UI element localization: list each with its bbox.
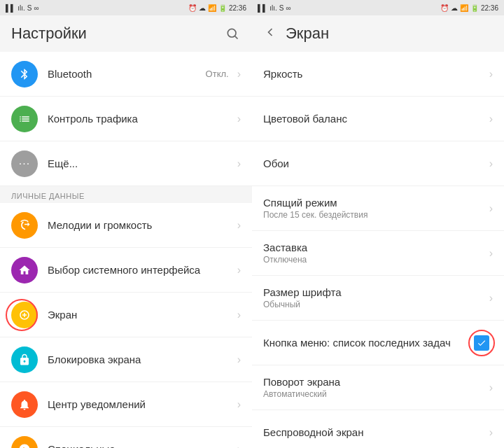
list-item[interactable]: Беспроводной экран › xyxy=(252,410,504,448)
item-text: Обои xyxy=(263,158,484,169)
item-title: Обои xyxy=(263,158,484,169)
chevron-right-icon: › xyxy=(237,309,241,321)
chevron-right-icon: › xyxy=(237,443,241,449)
notifications-icon xyxy=(11,391,38,418)
item-text: Ещё... xyxy=(48,158,232,169)
list-item[interactable]: Выбор системного интерфейса › xyxy=(0,248,252,293)
right-header: Экран xyxy=(252,15,504,52)
menu-button-item[interactable]: Кнопка меню: список последних задач xyxy=(252,321,504,365)
chevron-right-icon: › xyxy=(237,354,241,366)
left-status-right: ⏰☁📶🔋22:36 xyxy=(188,4,246,12)
left-status-bar: ▌▌ılı.S∞ ⏰☁📶🔋22:36 xyxy=(0,0,252,15)
checkbox-container xyxy=(470,332,493,354)
chevron-right-icon: › xyxy=(237,398,241,411)
list-item[interactable]: Блокировка экрана › xyxy=(0,337,252,382)
item-title: Специальные xyxy=(48,443,232,448)
item-text: Цветовой баланс xyxy=(263,113,484,125)
item-text: Блокировка экрана xyxy=(48,354,232,365)
item-subtitle: Отключена xyxy=(263,255,484,265)
list-item[interactable]: Bluetooth Откл. › xyxy=(0,52,252,97)
screen-settings-item[interactable]: Экран › xyxy=(0,293,252,337)
search-icon[interactable] xyxy=(224,25,241,42)
special-icon xyxy=(11,436,38,449)
item-title: Bluetooth xyxy=(48,68,206,80)
item-title: Цветовой баланс xyxy=(263,113,484,125)
list-item[interactable]: Размер шрифта Обычный › xyxy=(252,276,504,321)
chevron-right-icon: › xyxy=(489,68,493,80)
item-text: Контроль трафика xyxy=(48,113,232,125)
item-text: Экран xyxy=(48,309,232,321)
list-item[interactable]: Специальные › xyxy=(0,427,252,448)
right-status-right: ⏰☁📶🔋22:36 xyxy=(440,4,498,12)
list-item[interactable]: Обои › xyxy=(252,141,504,186)
left-header: Настройки xyxy=(0,15,252,52)
chevron-right-icon: › xyxy=(489,202,493,215)
svg-line-1 xyxy=(235,36,238,39)
item-text: Bluetooth xyxy=(48,68,206,80)
chevron-right-icon: › xyxy=(237,158,241,170)
interface-icon xyxy=(11,257,38,284)
chevron-right-icon: › xyxy=(489,113,493,125)
right-panel: ▌▌ılı.S∞ ⏰☁📶🔋22:36 Экран Яркость › Цвето… xyxy=(252,0,504,448)
list-item[interactable]: Спящий режим После 15 сек. бездействия › xyxy=(252,186,504,231)
item-title: Контроль трафика xyxy=(48,113,232,125)
item-value: Откл. xyxy=(206,69,229,79)
chevron-right-icon: › xyxy=(489,158,493,170)
chevron-right-icon: › xyxy=(237,113,241,125)
right-status-bar: ▌▌ılı.S∞ ⏰☁📶🔋22:36 xyxy=(252,0,504,15)
list-item[interactable]: Заставка Отключена › xyxy=(252,231,504,276)
chevron-right-icon: › xyxy=(489,426,493,439)
bluetooth-icon xyxy=(11,61,38,88)
item-title: Беспроводной экран xyxy=(263,426,484,438)
list-item[interactable]: Мелодии и громкость › xyxy=(0,203,252,248)
item-text: Заставка Отключена xyxy=(263,241,484,265)
item-text: Размер шрифта Обычный xyxy=(263,286,484,309)
item-text: Мелодии и громкость xyxy=(48,219,232,231)
right-panel-content: Яркость › Цветовой баланс › Обои › Спящи… xyxy=(252,52,504,448)
item-text: Беспроводной экран xyxy=(263,426,484,438)
item-title: Мелодии и громкость xyxy=(48,219,232,231)
item-title: Заставка xyxy=(263,241,484,253)
item-text: Специальные xyxy=(48,443,232,448)
item-text: Центр уведомлений xyxy=(48,398,232,410)
checkbox[interactable] xyxy=(474,335,489,351)
item-title: Кнопка меню: список последних задач xyxy=(263,337,470,349)
item-text: Выбор системного интерфейса xyxy=(48,264,232,276)
item-title: Выбор системного интерфейса xyxy=(48,264,232,276)
more-icon: ··· xyxy=(11,150,38,177)
svg-point-0 xyxy=(227,29,236,37)
list-item[interactable]: Центр уведомлений › xyxy=(0,382,252,427)
chevron-right-icon: › xyxy=(489,382,493,394)
left-panel-content: Bluetooth Откл. › Контроль трафика › ··· xyxy=(0,52,252,448)
item-subtitle: Обычный xyxy=(263,300,484,309)
right-status-left: ▌▌ılı.S∞ xyxy=(258,4,291,12)
chevron-right-icon: › xyxy=(489,292,493,304)
lock-icon xyxy=(11,346,38,373)
chevron-right-icon: › xyxy=(237,219,241,232)
list-item[interactable]: Поворот экрана Автоматический › xyxy=(252,365,504,410)
section-label: ЛИЧНЫЕ ДАННЫЕ xyxy=(0,186,252,203)
right-panel-title: Экран xyxy=(286,24,329,43)
back-button[interactable] xyxy=(263,25,277,43)
item-title: Размер шрифта xyxy=(263,286,484,298)
chevron-right-icon: › xyxy=(237,68,241,80)
list-item[interactable]: Цветовой баланс › xyxy=(252,97,504,141)
left-panel: ▌▌ılı.S∞ ⏰☁📶🔋22:36 Настройки Bluetooth xyxy=(0,0,252,448)
list-item[interactable]: Контроль трафика › xyxy=(0,97,252,141)
left-status-left: ▌▌ılı.S∞ xyxy=(6,4,39,12)
chevron-right-icon: › xyxy=(237,264,241,276)
item-title: Спящий режим xyxy=(263,197,484,209)
item-title: Блокировка экрана xyxy=(48,354,232,365)
list-item[interactable]: ··· Ещё... › xyxy=(0,141,252,186)
item-title: Ещё... xyxy=(48,158,232,169)
item-title: Центр уведомлений xyxy=(48,398,232,410)
left-panel-title: Настройки xyxy=(11,24,87,43)
item-title: Поворот экрана xyxy=(263,376,484,388)
list-item[interactable]: Яркость › xyxy=(252,52,504,97)
item-text: Кнопка меню: список последних задач xyxy=(263,337,470,349)
traffic-icon xyxy=(11,106,38,132)
item-title: Экран xyxy=(48,309,232,321)
item-text: Поворот экрана Автоматический xyxy=(263,376,484,399)
chevron-right-icon: › xyxy=(489,247,493,260)
item-title: Яркость xyxy=(263,68,484,80)
